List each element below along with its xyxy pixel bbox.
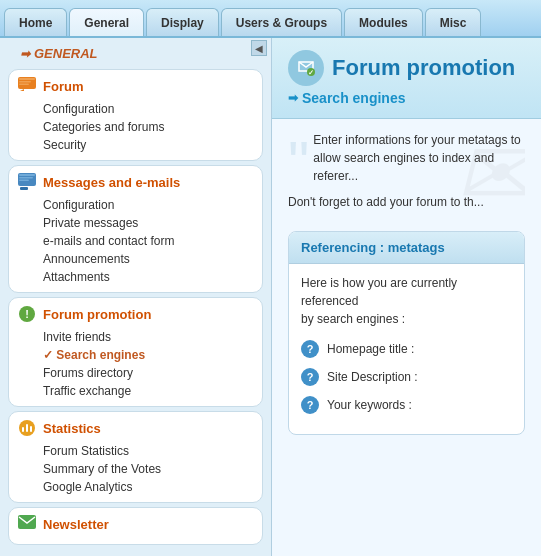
tab-misc[interactable]: Misc (425, 8, 482, 36)
svg-rect-3 (19, 84, 29, 86)
help-icon-keywords[interactable]: ? (301, 396, 319, 414)
sidebar-link-search-engines[interactable]: Search engines (17, 346, 254, 364)
sidebar-link-emails[interactable]: e-mails and contact form (17, 232, 254, 250)
main-layout: ◀ GENERAL Forum Configuration Cat (0, 38, 541, 556)
page-header: ✓ Forum promotion Search engines (272, 38, 541, 119)
ref-item-keywords: ? Your keywords : (301, 396, 512, 414)
svg-marker-4 (20, 89, 24, 91)
svg-text:!: ! (25, 308, 29, 320)
title-icon: ✓ (288, 50, 324, 86)
subtitle: Search engines (288, 90, 525, 106)
referencing-body: Here is how you are currently referenced… (289, 264, 524, 434)
svg-rect-15 (30, 426, 32, 432)
referencing-header: Referencing : metatags (289, 232, 524, 264)
svg-rect-13 (22, 427, 24, 432)
info-text-1: Enter informations for your metatags to … (288, 131, 525, 185)
section-title-newsletter[interactable]: Newsletter (17, 514, 254, 534)
sidebar-link-security[interactable]: Security (17, 136, 254, 154)
promotion-icon: ! (17, 304, 37, 324)
sidebar-section-promotion: ! Forum promotion Invite friends Search … (8, 297, 263, 407)
general-label: GENERAL (0, 42, 271, 65)
sidebar-link-forums-directory[interactable]: Forums directory (17, 364, 254, 382)
sidebar-link-msg-config[interactable]: Configuration (17, 196, 254, 214)
sidebar-link-configuration[interactable]: Configuration (17, 100, 254, 118)
tab-users-groups[interactable]: Users & Groups (221, 8, 342, 36)
section-title-statistics[interactable]: Statistics (17, 418, 254, 438)
sidebar-link-attachments[interactable]: Attachments (17, 268, 254, 286)
sidebar-section-statistics: Statistics Forum Statistics Summary of t… (8, 411, 263, 503)
statistics-icon (17, 418, 37, 438)
svg-rect-7 (19, 177, 33, 179)
page-title: ✓ Forum promotion (288, 50, 525, 86)
sidebar-link-announcements[interactable]: Announcements (17, 250, 254, 268)
section-title-messages[interactable]: Messages and e-mails (17, 172, 254, 192)
content-area: ✓ Forum promotion Search engines " Enter… (272, 38, 541, 556)
svg-text:✓: ✓ (308, 69, 314, 76)
quote-mark: " (288, 139, 309, 187)
svg-rect-6 (19, 174, 35, 176)
sidebar-link-forum-stats[interactable]: Forum Statistics (17, 442, 254, 460)
section-title-promotion[interactable]: ! Forum promotion (17, 304, 254, 324)
ref-item-description: ? Site Description : (301, 368, 512, 386)
sidebar-link-votes[interactable]: Summary of the Votes (17, 460, 254, 478)
svg-rect-8 (19, 180, 29, 182)
sidebar-section-messages: Messages and e-mails Configuration Priva… (8, 165, 263, 293)
sidebar-link-invite-friends[interactable]: Invite friends (17, 328, 254, 346)
ref-description: Here is how you are currently referenced… (301, 274, 512, 328)
help-icon-homepage[interactable]: ? (301, 340, 319, 358)
info-text-2: Don't forget to add your forum to th... (288, 193, 525, 211)
svg-rect-1 (19, 78, 35, 80)
forum-icon (17, 76, 37, 96)
tab-bar: Home General Display Users & Groups Modu… (0, 0, 541, 38)
tab-modules[interactable]: Modules (344, 8, 423, 36)
tab-display[interactable]: Display (146, 8, 219, 36)
content-body: " Enter informations for your metatags t… (272, 119, 541, 447)
tab-general[interactable]: General (69, 8, 144, 36)
ref-item-homepage: ? Homepage title : (301, 340, 512, 358)
sidebar-link-private-msg[interactable]: Private messages (17, 214, 254, 232)
svg-rect-2 (19, 81, 31, 83)
sidebar: ◀ GENERAL Forum Configuration Cat (0, 38, 272, 556)
svg-rect-14 (26, 424, 28, 432)
collapse-button[interactable]: ◀ (251, 40, 267, 56)
sidebar-section-forum: Forum Configuration Categories and forum… (8, 69, 263, 161)
help-icon-description[interactable]: ? (301, 368, 319, 386)
tab-home[interactable]: Home (4, 8, 67, 36)
section-title-forum[interactable]: Forum (17, 76, 254, 96)
messages-icon (17, 172, 37, 192)
sidebar-link-traffic-exchange[interactable]: Traffic exchange (17, 382, 254, 400)
svg-rect-16 (18, 515, 36, 529)
svg-rect-9 (20, 187, 28, 190)
sidebar-link-analytics[interactable]: Google Analytics (17, 478, 254, 496)
sidebar-link-categories[interactable]: Categories and forums (17, 118, 254, 136)
newsletter-icon (17, 514, 37, 534)
referencing-box: Referencing : metatags Here is how you a… (288, 231, 525, 435)
sidebar-section-newsletter: Newsletter (8, 507, 263, 545)
